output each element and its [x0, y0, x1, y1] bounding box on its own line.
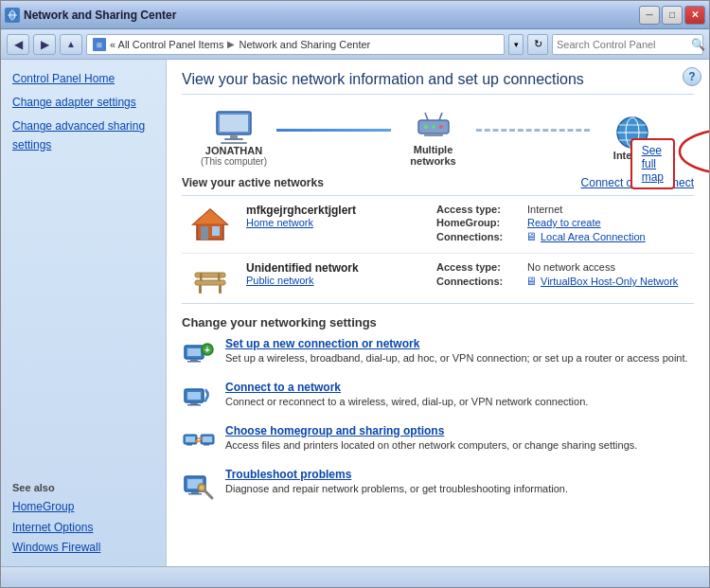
see-also-section: See also HomeGroup Internet Options Wind… [1, 482, 166, 559]
change-settings-section: Change your networking settings + [182, 315, 694, 502]
svg-rect-35 [190, 359, 198, 361]
search-input[interactable] [557, 39, 687, 50]
search-icon[interactable]: 🔍 [691, 36, 705, 53]
see-full-map-button[interactable]: See full map [630, 138, 675, 189]
setting-text-homegroup-sharing: Choose homegroup and sharing options Acc… [225, 424, 637, 452]
sidebar-item-control-panel-home[interactable]: Control Panel Home [1, 67, 166, 91]
close-button[interactable]: ✕ [684, 6, 705, 25]
refresh-button[interactable]: ↻ [527, 34, 548, 55]
see-also-title: See also [12, 482, 154, 493]
home-network-info: mfkgejrghcerktjglert Home network [239, 202, 429, 247]
new-connection-link[interactable]: Set up a new connection or network [225, 337, 688, 350]
network-node-computer: JONATHAN (This computer) [191, 111, 276, 167]
svg-rect-24 [201, 226, 208, 240]
back-button[interactable]: ◀ [7, 34, 29, 55]
svg-point-11 [424, 125, 428, 129]
svg-rect-27 [195, 273, 225, 277]
public-network-info: Unidentified network Public network [239, 259, 429, 297]
address-dropdown[interactable]: ▾ [508, 34, 524, 55]
sidebar-windows-firewall[interactable]: Windows Firewall [12, 538, 154, 559]
sidebar-item-change-adapter[interactable]: Change adapter settings [1, 91, 166, 115]
connection-icon-2: 🖥 [525, 275, 537, 288]
sidebar-item-change-advanced[interactable]: Change advanced sharing settings [1, 115, 166, 156]
connect-network-link[interactable]: Connect to a network [225, 381, 588, 394]
public-network-name: Unidentified network [246, 261, 421, 275]
network-node-multiple: Multiple networks [391, 110, 476, 167]
public-network-icon-cell [182, 259, 239, 297]
svg-rect-31 [200, 273, 203, 281]
breadcrumb-arrow: ▶ [227, 39, 235, 49]
connections-row-2: Connections: 🖥 VirtualBox Host-Only Netw… [436, 275, 686, 288]
homegroup-sharing-link[interactable]: Choose homegroup and sharing options [225, 424, 637, 437]
setting-item-homegroup-sharing: Choose homegroup and sharing options Acc… [182, 424, 694, 458]
home-network-details: Access type: Internet HomeGroup: Ready t… [429, 202, 694, 247]
svg-rect-28 [195, 280, 225, 285]
networks-table: mfkgejrghcerktjglert Home network Access… [182, 195, 694, 304]
connect-network-desc: Connect or reconnect to a wireless, wire… [225, 396, 588, 407]
svg-marker-26 [193, 209, 227, 224]
svg-rect-46 [186, 444, 192, 446]
minimize-button[interactable]: ─ [639, 6, 660, 25]
svg-rect-40 [187, 392, 201, 400]
home-network-name: mfkgejrghcerktjglert [246, 204, 421, 217]
homegroup-row: HomeGroup: Ready to create [436, 217, 686, 228]
svg-point-43 [204, 400, 207, 402]
connections-label-1: Connections: [436, 231, 522, 242]
new-connection-desc: Set up a wireless, broadband, dial-up, a… [225, 352, 688, 364]
connect-network-icon-box [182, 381, 216, 415]
up-button[interactable]: ▲ [60, 34, 82, 55]
svg-rect-25 [212, 226, 220, 236]
svg-rect-29 [199, 285, 202, 294]
svg-line-14 [425, 113, 428, 120]
svg-point-13 [439, 125, 443, 129]
home-network-type[interactable]: Home network [246, 217, 421, 228]
forward-button[interactable]: ▶ [33, 34, 56, 55]
breadcrumb[interactable]: ⊞ « All Control Panel Items ▶ Network an… [86, 34, 505, 55]
sidebar-internet-options[interactable]: Internet Options [12, 518, 154, 539]
title-bar: Network and Sharing Center ─ □ ✕ [1, 1, 709, 29]
svg-rect-8 [224, 138, 243, 140]
public-network-type[interactable]: Public network [246, 275, 421, 286]
svg-line-15 [439, 113, 442, 120]
setting-item-troubleshoot: Troubleshoot problems Diagnose and repai… [182, 468, 694, 502]
svg-rect-57 [188, 493, 202, 495]
troubleshoot-desc: Diagnose and repair network problems, or… [225, 483, 568, 494]
network-line-2 [476, 129, 591, 132]
node-computer-sublabel: (This computer) [201, 156, 267, 167]
setting-item-connect-network: Connect to a network Connect or reconnec… [182, 381, 694, 415]
window: Network and Sharing Center ─ □ ✕ ◀ ▶ ▲ ⊞… [0, 0, 710, 588]
svg-rect-42 [187, 404, 201, 406]
homegroup-value[interactable]: Ready to create [527, 217, 601, 228]
homegroup-sharing-desc: Access files and printers located on oth… [225, 439, 637, 451]
svg-rect-16 [424, 134, 443, 136]
setting-text-connect-network: Connect to a network Connect or reconnec… [225, 381, 588, 408]
computer-icon [211, 111, 257, 145]
sidebar-homegroup[interactable]: HomeGroup [12, 497, 154, 518]
breadcrumb-current: Network and Sharing Center [239, 39, 370, 50]
status-bar [1, 566, 709, 587]
setting-text-troubleshoot: Troubleshoot problems Diagnose and repai… [225, 468, 568, 495]
help-icon[interactable]: ? [683, 67, 701, 86]
svg-rect-36 [187, 361, 201, 363]
maximize-button[interactable]: □ [662, 6, 683, 25]
troubleshoot-link[interactable]: Troubleshoot problems [225, 468, 568, 481]
connections-row-1: Connections: 🖥 Local Area Connection [436, 230, 686, 243]
network-map: JONATHAN (This computer) [182, 110, 694, 167]
new-connection-icon-box: + [182, 337, 216, 371]
setting-item-new-connection: + Set up a new connection or network Set… [182, 337, 694, 371]
svg-rect-56 [191, 491, 199, 493]
connections-value-1[interactable]: Local Area Connection [541, 231, 646, 242]
address-bar: ◀ ▶ ▲ ⊞ « All Control Panel Items ▶ Netw… [1, 29, 709, 60]
homegroup-sharing-icon-box [182, 424, 216, 458]
page-title: View your basic network information and … [182, 71, 694, 95]
connections-value-2[interactable]: VirtualBox Host-Only Network [541, 276, 678, 287]
node-computer-label: JONATHAN [205, 145, 262, 156]
svg-point-12 [432, 125, 435, 129]
connection-icon-1: 🖥 [525, 230, 537, 243]
access-type-row-1: Access type: Internet [436, 204, 686, 215]
network-row-home: mfkgejrghcerktjglert Home network Access… [182, 196, 694, 254]
svg-rect-49 [204, 444, 209, 446]
change-settings-title: Change your networking settings [182, 315, 694, 330]
svg-text:⊞: ⊞ [97, 42, 102, 48]
access-type-value-2: No network access [527, 261, 615, 273]
